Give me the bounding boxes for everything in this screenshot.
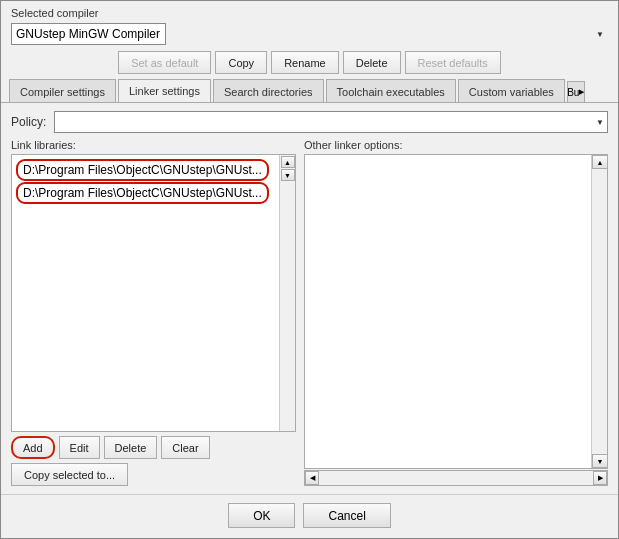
action-buttons: Add Edit Delete Clear: [11, 436, 296, 459]
rename-button[interactable]: Rename: [271, 51, 339, 74]
tabs-bar: Compiler settings Linker settings Search…: [1, 78, 618, 103]
dialog-footer: OK Cancel: [1, 494, 618, 538]
horizontal-scrollbar[interactable]: ◀ ▶: [304, 470, 608, 486]
copy-selected-row: Copy selected to...: [11, 463, 296, 486]
list-item-highlight-1: D:\Program Files\ObjectC\GNUstep\GNUst..…: [16, 159, 269, 181]
scroll-down-arrow[interactable]: ▼: [592, 454, 608, 468]
compiler-select[interactable]: GNUstep MinGW Compiler: [11, 23, 166, 45]
link-libraries-list: D:\Program Files\ObjectC\GNUstep\GNUst..…: [12, 155, 279, 431]
tab-more[interactable]: Bu ▶: [567, 81, 585, 103]
list-item-highlight-2: D:\Program Files\ObjectC\GNUstep\GNUst..…: [16, 182, 269, 204]
scroll-left-arrow[interactable]: ◀: [305, 471, 319, 485]
clear-button[interactable]: Clear: [161, 436, 209, 459]
compiler-select-wrapper: GNUstep MinGW Compiler: [11, 23, 608, 45]
tab-search-directories[interactable]: Search directories: [213, 79, 324, 103]
policy-row: Policy:: [11, 111, 608, 133]
other-linker-options-label: Other linker options:: [304, 139, 608, 151]
list-item[interactable]: D:\Program Files\ObjectC\GNUstep\GNUst..…: [20, 185, 265, 201]
copy-selected-to-button[interactable]: Copy selected to...: [11, 463, 128, 486]
toolbar-row: Set as default Copy Rename Delete Reset …: [1, 49, 618, 78]
scroll-right-arrow[interactable]: ▶: [593, 471, 607, 485]
scroll-up-arrow[interactable]: ▲: [592, 155, 608, 169]
set-as-default-button[interactable]: Set as default: [118, 51, 211, 74]
other-linker-options-container: ▲ ▼: [304, 154, 608, 469]
list-item[interactable]: D:\Program Files\ObjectC\GNUstep\GNUst..…: [20, 162, 265, 178]
list-vertical-scrollbar[interactable]: ▲ ▼: [279, 155, 295, 431]
cancel-button[interactable]: Cancel: [303, 503, 390, 528]
policy-select-wrapper: [54, 111, 608, 133]
policy-select[interactable]: [54, 111, 608, 133]
policy-label: Policy:: [11, 115, 46, 129]
other-linker-options-textarea[interactable]: [305, 155, 591, 468]
tab-toolchain-executables[interactable]: Toolchain executables: [326, 79, 456, 103]
other-linker-options-scrollbar[interactable]: ▲ ▼: [591, 155, 607, 468]
edit-button[interactable]: Edit: [59, 436, 100, 459]
delete-button[interactable]: Delete: [104, 436, 158, 459]
link-libraries-label: Link libraries:: [11, 139, 296, 151]
scroll-up-button[interactable]: ▲: [281, 156, 295, 168]
main-content: Policy: Link libraries: D:\Program Files…: [1, 103, 618, 494]
highlighted-list: D:\Program Files\ObjectC\GNUstep\GNUst..…: [14, 157, 277, 207]
selected-compiler-label: Selected compiler: [1, 1, 618, 21]
right-column: Other linker options: ▲ ▼ ◀ ▶: [304, 139, 608, 486]
add-button[interactable]: Add: [11, 436, 55, 459]
left-column: Link libraries: D:\Program Files\ObjectC…: [11, 139, 296, 486]
delete-compiler-button[interactable]: Delete: [343, 51, 401, 74]
link-libraries-list-container: D:\Program Files\ObjectC\GNUstep\GNUst..…: [11, 154, 296, 432]
tab-compiler-settings[interactable]: Compiler settings: [9, 79, 116, 103]
tab-custom-variables[interactable]: Custom variables: [458, 79, 565, 103]
compiler-row: GNUstep MinGW Compiler: [1, 21, 618, 49]
tab-linker-settings[interactable]: Linker settings: [118, 79, 211, 103]
copy-compiler-button[interactable]: Copy: [215, 51, 267, 74]
scroll-track: [592, 169, 607, 454]
scroll-down-button[interactable]: ▼: [281, 169, 295, 181]
main-dialog: Selected compiler GNUstep MinGW Compiler…: [0, 0, 619, 539]
reset-defaults-button[interactable]: Reset defaults: [405, 51, 501, 74]
two-column-layout: Link libraries: D:\Program Files\ObjectC…: [11, 139, 608, 486]
ok-button[interactable]: OK: [228, 503, 295, 528]
